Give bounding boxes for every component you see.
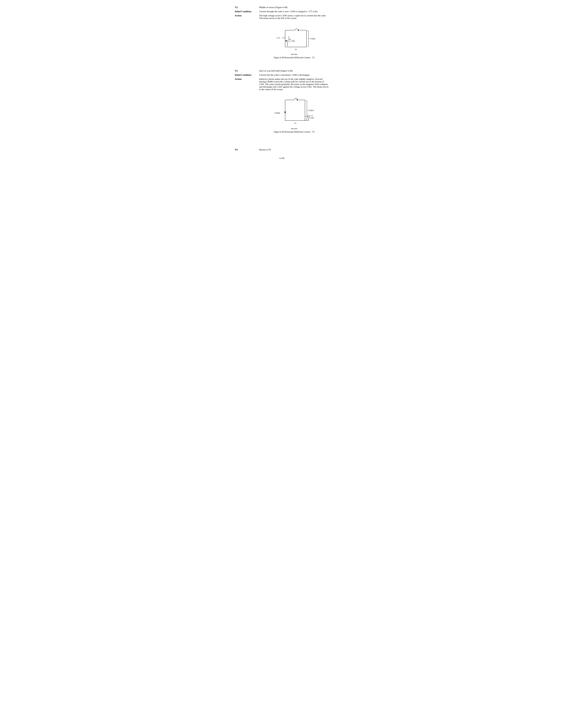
t2-bottom-label: T2: [295, 48, 297, 50]
yoke-label: YOKE: [310, 38, 315, 40]
t3-title: Start of scan (left half) (Figure 6-49): [259, 70, 329, 72]
c441-label: C441: [310, 117, 314, 119]
t2-action-row: Action: The high voltage across C438 cau…: [235, 14, 329, 20]
t2-label-row: T2: Middle of retract (Figure 6-48): [235, 6, 329, 9]
t3-action-label: Action:: [235, 78, 259, 91]
t4-label-row: T4: Return to T0: [235, 148, 329, 151]
t2-action-label: Action:: [235, 14, 259, 20]
t3-label-row: T3: Start of scan (left half) (Figure 6-…: [235, 70, 329, 72]
yoke-label-49: YOKE: [308, 109, 314, 112]
t3-label: T3:: [235, 70, 259, 72]
voltage-label: +175: [276, 37, 280, 39]
t3-action-row: Action: Inductive inertia makes the top …: [235, 78, 329, 91]
svg-marker-22: [297, 99, 298, 101]
mr-8093-label: MR-8093: [291, 128, 297, 130]
t2-initial-row: Initial Condition: Current through the y…: [235, 10, 329, 13]
svg-marker-11: [285, 40, 286, 41]
t3-bottom-label: T3: [294, 122, 296, 124]
c438-label: C438: [290, 40, 295, 42]
figure-6-48-diagram: +175 C438 YOKE T2: [273, 23, 315, 53]
figure-6-49: YOKE CR406 +15 C441 T3 MR-8093 Figure 6-…: [259, 94, 329, 133]
figure-6-49-caption: Figure 6-49 Horizontal Deflection Curren…: [274, 131, 314, 133]
t3-initial-content: Current into the yoke is maximum. C438 i…: [259, 74, 329, 76]
t2-label: T2:: [235, 6, 259, 9]
cr406-label: CR406: [275, 112, 280, 114]
svg-marker-28: [284, 111, 286, 113]
t2-initial-label: Initial Condition:: [235, 10, 259, 13]
t4-title: Return to T0: [259, 148, 329, 151]
t3-initial-label: Initial Condition:: [235, 74, 259, 76]
t3-initial-row: Initial Condition: Current into the yoke…: [235, 74, 329, 76]
mr-8085-label: MR-8085: [291, 53, 297, 55]
t2-title: Middle of retract (Figure 6-48): [259, 6, 329, 9]
t2-initial-content: Current through the yoke is zero. C438 i…: [259, 10, 329, 13]
plus15-label: +15: [310, 115, 313, 117]
figure-6-49-diagram: YOKE CR406 +15 C441 T3: [272, 94, 317, 127]
svg-marker-5: [298, 29, 299, 31]
figure-6-48-caption: Figure 6-48 Horizontal Deflection Curren…: [274, 56, 314, 59]
t3-action-content: Inductive inertia makes the top of the y…: [259, 78, 329, 91]
figure-6-48: +175 C438 YOKE T2 MR-8085 Figure 6-48 Ho…: [259, 23, 329, 59]
page-number: 6-105: [235, 157, 329, 160]
t4-label: T4:: [235, 148, 259, 151]
t2-action-content: The high voltage across C438 causes a ra…: [259, 14, 329, 20]
